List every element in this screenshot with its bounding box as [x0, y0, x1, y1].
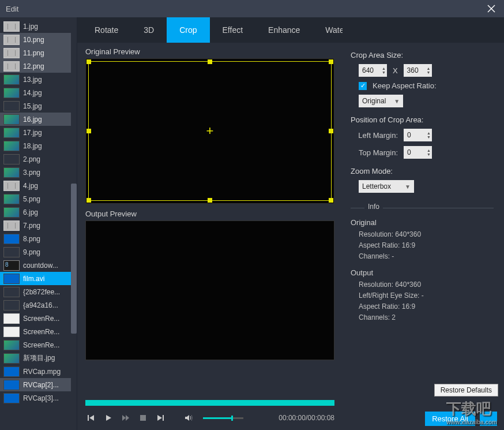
info-output-eye: Left/Right Eye Size: -	[351, 291, 494, 300]
crop-handle-br[interactable]	[329, 198, 333, 203]
output-preview	[85, 220, 334, 360]
play-button[interactable]	[103, 412, 114, 424]
file-item[interactable]: 4.jpg	[0, 179, 77, 192]
file-thumbnail	[3, 154, 20, 164]
file-item[interactable]: 11.png	[0, 46, 77, 59]
file-item[interactable]: 10.png	[0, 33, 77, 46]
file-name: 6.jpg	[23, 208, 38, 216]
restore-all-button[interactable]: Restore All	[425, 412, 475, 426]
file-item[interactable]: 17.jpg	[0, 126, 77, 139]
zoom-mode-select[interactable]: Letterbox▼	[359, 180, 414, 193]
file-name: 1.jpg	[23, 23, 38, 31]
crop-handle-bl[interactable]	[86, 198, 91, 203]
file-thumbnail	[3, 74, 20, 85]
file-item[interactable]: 1.jpg	[0, 20, 77, 33]
file-item[interactable]: 13.jpg	[0, 73, 77, 86]
file-item[interactable]: ScreenRe...	[0, 338, 77, 352]
file-item[interactable]: 新项目.jpg	[0, 352, 77, 365]
crop-rectangle[interactable]: +	[88, 61, 332, 201]
tab-enhance[interactable]: Enhance	[255, 17, 313, 43]
file-thumbnail	[3, 181, 20, 191]
file-item[interactable]: countdow...	[0, 259, 77, 272]
info-separator: Info	[351, 204, 494, 211]
file-item[interactable]: {2b872fee...	[0, 285, 77, 298]
file-name: 新项目.jpg	[23, 353, 55, 363]
info-output-head: Output	[351, 268, 494, 277]
keep-aspect-checkbox[interactable]: ✓	[359, 82, 367, 90]
crop-center-crosshair: +	[206, 124, 214, 139]
next-button[interactable]	[155, 412, 166, 424]
restore-defaults-button[interactable]: Restore Defaults	[434, 384, 498, 397]
crop-handle-mr[interactable]	[329, 129, 333, 133]
file-item[interactable]: 16.jpg	[0, 113, 77, 126]
tab-bar: Rotate3DCropEffectEnhanceWatermark	[77, 17, 343, 43]
crop-handle-bm[interactable]	[208, 198, 212, 203]
file-item[interactable]: 14.jpg	[0, 86, 77, 99]
tab-effect[interactable]: Effect	[210, 17, 256, 43]
file-name: 4.jpg	[23, 182, 38, 190]
crop-handle-tl[interactable]	[86, 59, 91, 64]
svg-marker-4	[106, 415, 111, 421]
crop-handle-tr[interactable]	[329, 59, 333, 64]
file-name: 11.png	[23, 49, 44, 57]
top-margin-input[interactable]: ▲▼	[404, 146, 432, 159]
file-item[interactable]: film.avi	[0, 272, 77, 285]
crop-height-input[interactable]: ▲▼	[404, 64, 432, 77]
close-button[interactable]	[483, 1, 499, 17]
file-item[interactable]: ScreenRe...	[0, 312, 77, 325]
left-margin-input[interactable]: ▲▼	[404, 129, 432, 141]
file-item[interactable]: 12.png	[0, 59, 77, 73]
file-item[interactable]: 5.png	[0, 192, 77, 205]
tab-3d[interactable]: 3D	[131, 17, 167, 43]
file-thumbnail	[3, 300, 20, 311]
crop-handle-ml[interactable]	[86, 129, 91, 133]
file-thumbnail	[3, 194, 20, 204]
file-item[interactable]: 7.png	[0, 219, 77, 232]
tab-rotate[interactable]: Rotate	[77, 17, 131, 43]
tab-crop[interactable]: Crop	[167, 17, 209, 43]
aspect-ratio-select[interactable]: Original▼	[359, 95, 403, 107]
volume-slider[interactable]	[203, 417, 243, 419]
file-thumbnail	[3, 393, 20, 403]
file-name: 16.jpg	[23, 115, 42, 124]
file-name: ScreenRe...	[23, 341, 59, 349]
crop-handle-tm[interactable]	[208, 59, 212, 64]
file-item[interactable]: ScreenRe...	[0, 325, 77, 338]
file-item[interactable]: 3.png	[0, 166, 77, 179]
fast-forward-button[interactable]	[120, 412, 131, 424]
top-margin-label: Top Margin:	[351, 148, 398, 157]
svg-marker-10	[185, 415, 189, 421]
file-name: 18.jpg	[23, 142, 42, 150]
volume-icon[interactable]	[183, 412, 195, 424]
sidebar-scrollbar[interactable]	[71, 17, 77, 430]
svg-rect-7	[140, 415, 146, 421]
file-item[interactable]: RVCap[2]...	[0, 378, 77, 391]
file-item[interactable]: RVCap[3]...	[0, 391, 77, 405]
time-display: 00:00:00/00:00:08	[279, 414, 334, 422]
file-item[interactable]: 8.png	[0, 232, 77, 245]
file-name: 15.jpg	[23, 102, 42, 110]
file-item[interactable]: 15.jpg	[0, 99, 77, 113]
crop-position-label: Position of Crop Area:	[351, 115, 494, 124]
stop-button[interactable]	[137, 412, 149, 424]
x-separator: X	[393, 66, 398, 75]
file-item[interactable]: {a942a16...	[0, 298, 77, 312]
info-output-aspect: Aspect Ratio: 16:9	[351, 302, 494, 311]
left-margin-label: Left Margin:	[351, 131, 398, 140]
file-item[interactable]: 18.jpg	[0, 139, 77, 152]
original-preview[interactable]: +	[85, 58, 334, 204]
file-thumbnail	[3, 234, 20, 244]
prev-button[interactable]	[85, 412, 97, 424]
crop-width-input[interactable]: ▲▼	[359, 64, 387, 77]
file-thumbnail	[3, 340, 20, 350]
file-thumbnail	[3, 207, 20, 218]
apply-button[interactable]	[480, 412, 497, 426]
timeline-scrubber[interactable]	[85, 400, 334, 406]
file-item[interactable]: 2.png	[0, 152, 77, 166]
file-thumbnail	[3, 260, 20, 271]
file-item[interactable]: 9.png	[0, 245, 77, 259]
file-item[interactable]: 6.jpg	[0, 205, 77, 219]
file-name: {2b872fee...	[23, 288, 60, 296]
file-item[interactable]: RVCap.mpg	[0, 365, 77, 378]
file-name: countdow...	[23, 261, 58, 270]
